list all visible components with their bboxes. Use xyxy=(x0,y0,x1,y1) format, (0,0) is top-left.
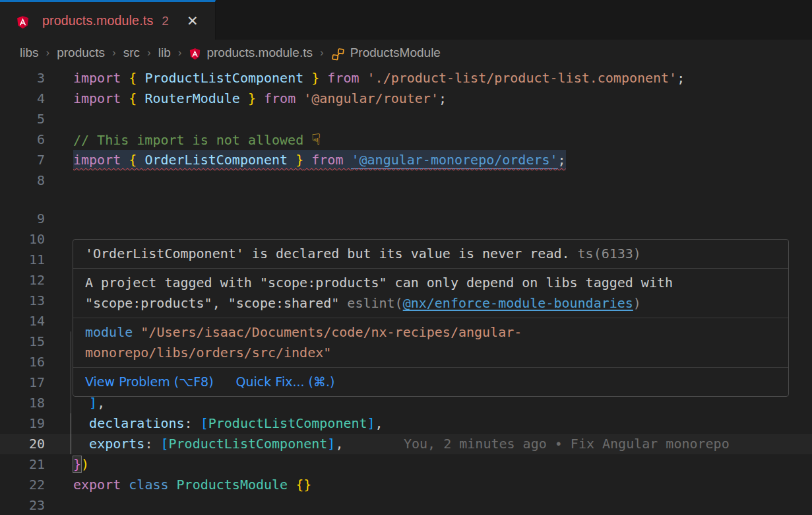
code-token: { xyxy=(129,70,144,86)
line-content[interactable]: }) xyxy=(73,454,812,475)
error-squiggle-range: import { OrderListComponent } from '@ang… xyxy=(73,150,566,170)
code-token xyxy=(73,415,89,431)
line-number[interactable]: 10 xyxy=(0,229,45,250)
code-token: } xyxy=(288,152,303,168)
code-token xyxy=(73,395,89,411)
line-number[interactable]: 21 xyxy=(0,454,45,475)
code-token: declarations xyxy=(89,415,185,431)
breadcrumb-item-lib[interactable]: lib xyxy=(158,46,171,60)
breadcrumb-item-libs[interactable]: libs xyxy=(20,46,39,60)
line-number[interactable]: 19 xyxy=(0,413,45,434)
indent-guide xyxy=(71,331,71,352)
line-number[interactable]: 4 xyxy=(0,88,45,109)
code-token: RouterModule xyxy=(144,90,240,106)
line-number[interactable]: 18 xyxy=(0,393,45,413)
code-token xyxy=(73,436,89,452)
code-token: {} xyxy=(296,477,311,493)
code-token: ; xyxy=(558,152,566,168)
code-line-9[interactable]: 9 xyxy=(0,209,812,229)
line-number[interactable]: 12 xyxy=(0,270,45,291)
breadcrumb: libs›products›src›lib›products.module.ts… xyxy=(0,40,812,66)
code-token: [ xyxy=(201,415,208,431)
line-number[interactable]: 13 xyxy=(0,291,45,311)
code-token: // This import is not allowed xyxy=(73,132,311,148)
code-line-6[interactable]: 6// This import is not allowed ☟ xyxy=(0,129,812,150)
code-line-4[interactable]: 4import { RouterModule } from '@angular/… xyxy=(0,88,812,109)
line-content[interactable] xyxy=(73,170,812,191)
code-line-7[interactable]: 7import { OrderListComponent } from '@an… xyxy=(0,150,812,170)
line-number[interactable]: 20 xyxy=(0,434,45,454)
breadcrumb-item-products[interactable]: products xyxy=(57,46,105,60)
line-number[interactable]: 8 xyxy=(0,170,45,191)
code-line-8[interactable]: 8 xyxy=(0,170,812,191)
code-token: ProductListComponent xyxy=(208,415,367,431)
line-number[interactable]: 7 xyxy=(0,150,45,170)
eslint-rule-link[interactable]: @nx/enforce-module-boundaries xyxy=(403,295,633,311)
breadcrumb-item-products.module.ts[interactable]: products.module.ts xyxy=(206,46,313,60)
line-content[interactable]: exports: [ProductListComponent], xyxy=(73,434,812,454)
line-number[interactable]: 23 xyxy=(0,495,45,515)
line-number[interactable]: 3 xyxy=(0,68,45,88)
line-number[interactable]: 15 xyxy=(0,331,45,352)
code-token: ] xyxy=(367,415,375,431)
code-token: ; xyxy=(439,90,447,106)
code-token: ProductListComponent xyxy=(144,70,303,86)
line-content[interactable] xyxy=(73,209,812,229)
chevron-right-icon: › xyxy=(46,46,50,59)
tab-products-module[interactable]: products.module.ts 2 ✕ xyxy=(0,0,216,40)
line-content[interactable]: // This import is not allowed ☟ xyxy=(73,129,812,150)
view-problem-link[interactable]: View Problem (⌥F8) xyxy=(85,373,214,390)
line-content[interactable]: import { ProductListComponent } from './… xyxy=(73,68,812,88)
code-line-5[interactable]: 5 xyxy=(0,109,812,129)
indent-guide xyxy=(71,372,71,393)
line-number[interactable]: 9 xyxy=(0,209,45,229)
code-token: } xyxy=(303,70,319,86)
code-token: ☟ xyxy=(311,131,321,148)
quick-fix-link[interactable]: Quick Fix... (⌘.) xyxy=(236,373,335,390)
code-token: exports xyxy=(89,436,144,452)
line-content[interactable] xyxy=(73,495,812,515)
close-icon[interactable]: ✕ xyxy=(187,14,199,28)
line-number[interactable]: 22 xyxy=(0,475,45,495)
line-number[interactable]: 16 xyxy=(0,352,45,372)
hover-status-bar: View Problem (⌥F8)Quick Fix... (⌘.) xyxy=(73,367,788,396)
line-number[interactable]: 6 xyxy=(0,129,45,150)
code-token: export xyxy=(73,477,129,493)
tab-badge: 2 xyxy=(162,14,169,28)
line-content[interactable]: import { OrderListComponent } from '@ang… xyxy=(73,150,812,170)
code-token: ; xyxy=(677,70,685,86)
chevron-right-icon: › xyxy=(178,46,182,59)
line-number[interactable]: 11 xyxy=(0,250,45,270)
class-symbol-icon xyxy=(331,48,345,61)
code-line-20[interactable]: 20You, 2 minutes ago • Fix Angular monor… xyxy=(0,434,812,454)
line-content[interactable]: declarations: [ProductListComponent], xyxy=(73,413,812,434)
module-path-block: module "/Users/isaac/Documents/code/nx-r… xyxy=(73,318,788,367)
code-line-19[interactable]: 19 declarations: [ProductListComponent], xyxy=(0,413,812,434)
code-token: '@angular-monorepo/orders' xyxy=(351,152,557,169)
line-number[interactable]: 5 xyxy=(0,109,45,129)
code-line-23[interactable]: 23 xyxy=(0,495,812,515)
code-token: ProductsModule xyxy=(177,477,296,493)
code-token: : xyxy=(185,415,201,431)
line-content[interactable]: import { RouterModule } from '@angular/r… xyxy=(73,88,812,109)
indent-guide xyxy=(71,393,71,413)
line-number[interactable]: 14 xyxy=(0,311,45,331)
angular-icon xyxy=(189,48,201,61)
breadcrumb-item-ProductsModule[interactable]: ProductsModule xyxy=(350,46,441,60)
code-token: , xyxy=(97,395,105,411)
diagnostic-ts-message: 'OrderListComponent' is declared but its… xyxy=(73,240,788,268)
indent-guide xyxy=(71,434,71,454)
line-number[interactable]: 17 xyxy=(0,372,45,393)
code-token: { xyxy=(129,152,144,168)
code-token: from xyxy=(256,90,303,106)
tab-title: products.module.ts xyxy=(42,13,153,28)
code-token: , xyxy=(375,415,383,431)
line-content[interactable]: export class ProductsModule {} xyxy=(73,475,812,495)
code-token: ProductListComponent xyxy=(169,436,328,452)
code-line-22[interactable]: 22export class ProductsModule {} xyxy=(0,475,812,495)
code-line-21[interactable]: 21}) xyxy=(0,454,812,475)
line-content[interactable] xyxy=(73,109,812,129)
tab-bar: products.module.ts 2 ✕ xyxy=(0,0,812,40)
code-line-3[interactable]: 3import { ProductListComponent } from '.… xyxy=(0,68,812,88)
breadcrumb-item-src[interactable]: src xyxy=(123,46,140,60)
